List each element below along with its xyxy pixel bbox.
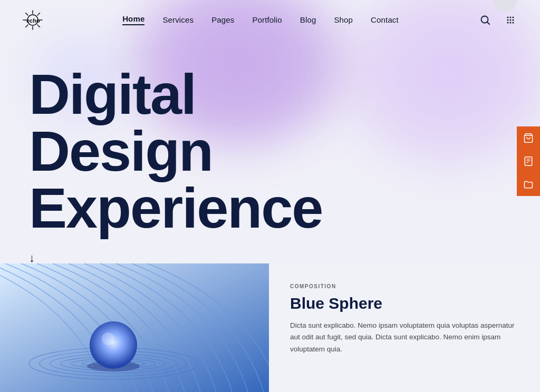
artwork-description: Dicta sunt explicabo. Nemo ipsam volupta… (290, 320, 519, 355)
logo[interactable]: echo (21, 8, 44, 32)
search-button[interactable] (477, 12, 494, 28)
svg-line-7 (37, 13, 40, 15)
bookmark-button[interactable] (517, 150, 540, 173)
header: echo Home Services Pages Portfolio Blog … (0, 0, 540, 40)
nav-contact[interactable]: Contact (371, 15, 399, 24)
nav-services[interactable]: Services (162, 15, 194, 24)
artwork-image (0, 263, 269, 392)
hero-title: Digital Design Experience (29, 66, 511, 237)
nav-pages[interactable]: Pages (211, 15, 234, 24)
svg-point-19 (509, 22, 511, 23)
nav-shop[interactable]: Shop (334, 15, 353, 24)
svg-point-13 (509, 16, 511, 18)
grid-button[interactable] (502, 12, 519, 28)
nav-home[interactable]: Home (122, 14, 144, 25)
logo-icon: echo (21, 8, 44, 32)
svg-point-15 (507, 19, 508, 21)
header-icons (477, 12, 519, 28)
nav-blog[interactable]: Blog (300, 15, 316, 24)
svg-point-14 (512, 16, 514, 18)
artwork-title: Blue Sphere (290, 295, 519, 312)
folder-icon (523, 179, 534, 190)
svg-point-20 (512, 22, 514, 23)
floating-buttons (517, 126, 540, 196)
svg-point-17 (512, 19, 514, 21)
svg-point-12 (507, 16, 508, 18)
svg-line-5 (26, 13, 28, 15)
svg-point-16 (509, 19, 511, 21)
svg-point-18 (507, 22, 508, 23)
svg-line-11 (487, 22, 489, 24)
bookmark-icon (523, 156, 534, 166)
nav-portfolio[interactable]: Portfolio (252, 15, 282, 24)
cart-icon (523, 133, 534, 143)
svg-line-8 (26, 25, 28, 27)
svg-text:echo: echo (26, 17, 40, 24)
svg-point-30 (90, 321, 137, 369)
svg-line-6 (37, 25, 40, 27)
composition-label: COMPOSITION (290, 283, 519, 289)
cart-button[interactable] (517, 126, 540, 150)
bottom-section: COMPOSITION Blue Sphere Dicta sunt expli… (0, 263, 540, 392)
folder-button[interactable] (517, 173, 540, 196)
svg-rect-33 (525, 157, 532, 166)
content-panel: COMPOSITION Blue Sphere Dicta sunt expli… (269, 263, 540, 392)
svg-point-31 (102, 332, 114, 345)
main-nav: Home Services Pages Portfolio Blog Shop … (122, 14, 399, 25)
artwork-panel (0, 263, 269, 392)
hero-section: Digital Design Experience ↓ (0, 40, 540, 265)
